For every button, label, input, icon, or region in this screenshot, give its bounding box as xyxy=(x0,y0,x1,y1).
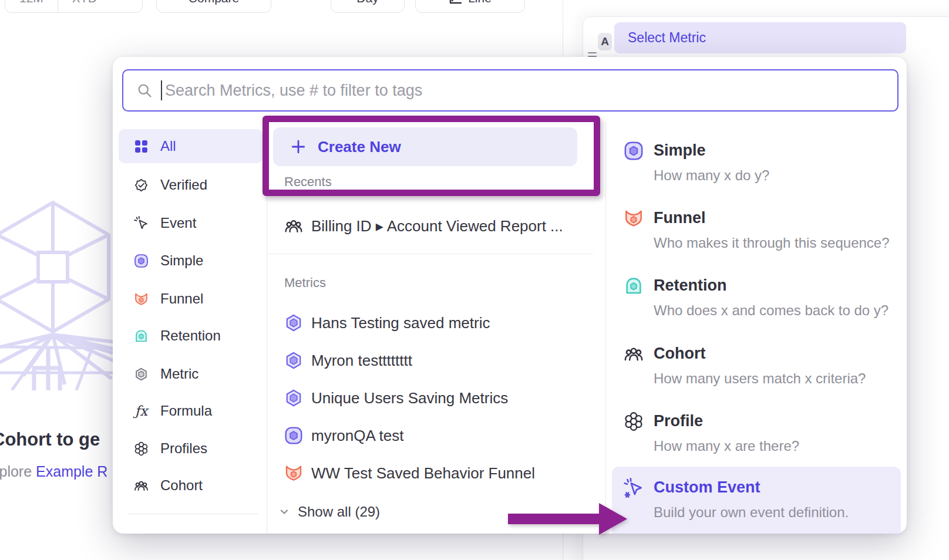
metric-list-item[interactable]: Unique Users Saving Metrics xyxy=(284,379,601,417)
metrics-label: Metrics xyxy=(284,275,326,291)
background-heading: Cohort to ge xyxy=(0,429,100,450)
types-column-divider xyxy=(605,122,606,534)
metric-list-item[interactable]: Myron testttttttt xyxy=(284,342,601,379)
annotation-box xyxy=(263,116,600,196)
saved-metric-hexagon-icon xyxy=(284,351,303,370)
type-option-custom-event[interactable]: Custom Event Build your own event defini… xyxy=(654,478,907,521)
metric-row-letter-badge: A xyxy=(598,33,612,50)
simple-metric-icon xyxy=(134,254,149,268)
range-xtd-button[interactable]: XTD xyxy=(58,0,123,12)
metric-list-item[interactable]: myronQA test xyxy=(284,417,601,454)
simple-metric-icon xyxy=(624,141,644,161)
annotation-arrow xyxy=(505,499,631,540)
sidebar-item-tags[interactable]: Tags xyxy=(119,524,263,534)
recents-metrics-divider xyxy=(267,254,593,254)
retention-icon xyxy=(624,276,644,296)
profiles-cluster-icon xyxy=(134,441,149,456)
metric-search-field xyxy=(122,69,898,112)
tag-icon xyxy=(134,534,149,534)
example-link[interactable]: Example R xyxy=(36,463,107,480)
retention-icon xyxy=(134,329,149,343)
event-cursor-icon xyxy=(134,216,149,231)
sidebar-item-verified[interactable]: Verified xyxy=(119,168,263,202)
sidebar-item-metric[interactable]: Metric xyxy=(119,357,263,391)
metric-list-item[interactable]: Hans Testing saved metric xyxy=(284,304,601,342)
sidebar-item-all[interactable]: All xyxy=(119,129,263,163)
type-option-profile[interactable]: Profile How many x are there? xyxy=(654,412,907,454)
screenshot-root: Cohort to ge xplore Example R 12M XTD Co… xyxy=(0,0,949,560)
date-range-segment: 12M XTD xyxy=(5,0,143,13)
verified-badge-icon xyxy=(134,178,149,193)
chevron-down-icon xyxy=(101,0,109,2)
background-subtext: xplore Example R xyxy=(0,463,107,480)
cohort-people-icon xyxy=(624,344,644,364)
metric-hexagon-icon xyxy=(134,367,149,382)
metric-list-item[interactable]: WW Test Saved Behavior Funnel xyxy=(284,454,601,492)
select-metric-pill[interactable]: Select Metric xyxy=(614,22,906,53)
sidebar-item-simple[interactable]: Simple xyxy=(119,244,263,278)
simple-metric-icon xyxy=(284,426,303,445)
sidebar-item-profiles[interactable]: Profiles xyxy=(119,431,263,465)
sidebar-item-event[interactable]: Event xyxy=(119,206,263,240)
saved-metric-hexagon-icon xyxy=(284,389,303,407)
sidebar-divider xyxy=(128,514,258,514)
funnel-icon xyxy=(624,208,644,228)
metric-search-input[interactable] xyxy=(164,81,897,100)
search-icon xyxy=(136,82,153,99)
funnel-icon xyxy=(134,292,149,306)
sidebar-item-cohort[interactable]: Cohort xyxy=(119,468,263,502)
funnel-icon xyxy=(284,464,303,483)
chevron-down-icon xyxy=(278,506,290,518)
saved-metric-hexagon-icon xyxy=(284,313,303,332)
grid-icon xyxy=(134,139,149,154)
type-option-retention[interactable]: Retention Who does x and comes back to d… xyxy=(654,276,907,319)
formula-fx-icon: ƒx xyxy=(134,404,149,419)
show-all-button[interactable]: Show all (29) xyxy=(278,500,380,524)
sidebar-item-funnel[interactable]: Funnel xyxy=(119,282,263,316)
recent-item-row[interactable]: Billing ID ▸ Account Viewed Report ... xyxy=(284,207,601,245)
range-12m-button[interactable]: 12M xyxy=(5,0,58,12)
sidebar-item-formula[interactable]: ƒx Formula xyxy=(119,394,263,428)
line-chart-icon xyxy=(449,0,463,5)
type-option-simple[interactable]: Simple How many x do y? xyxy=(654,141,907,184)
type-option-cohort[interactable]: Cohort How many users match x criteria? xyxy=(654,345,907,387)
type-option-funnel[interactable]: Funnel Who makes it through this sequenc… xyxy=(654,209,907,251)
sidebar-item-retention[interactable]: Retention xyxy=(119,319,263,353)
background-subtext-prefix: xplore xyxy=(0,463,32,480)
text-cursor xyxy=(161,80,162,100)
cohort-people-icon xyxy=(284,217,303,235)
profiles-cluster-icon xyxy=(624,411,644,431)
granularity-day-button[interactable]: Day xyxy=(331,0,405,13)
chart-type-line-button[interactable]: Line xyxy=(415,0,525,13)
compare-button[interactable]: Compare xyxy=(156,0,271,13)
custom-event-cursor-icon xyxy=(624,478,644,498)
cohort-people-icon xyxy=(134,478,149,493)
